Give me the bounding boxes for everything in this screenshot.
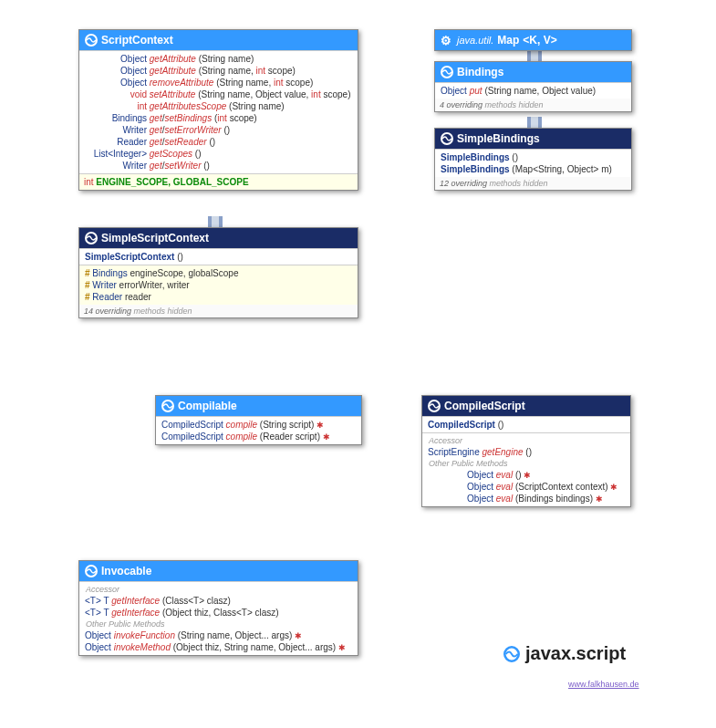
map-generic: <K, V> — [523, 34, 556, 47]
simplebindings-header: SimpleBindings — [435, 129, 631, 149]
package-name: javax.script — [525, 643, 626, 664]
map-title: Map — [497, 34, 519, 47]
package-label: javax.script — [503, 643, 626, 664]
bindings-title: Bindings — [457, 66, 503, 78]
class-compilable: Compilable CompiledScript compile (Strin… — [155, 395, 362, 445]
class-compiledscript: CompiledScript CompiledScript () Accesso… — [421, 395, 631, 507]
map-header: ⚙ java.util.Map<K, V> — [435, 30, 631, 50]
interface-icon — [441, 66, 453, 78]
compilable-title: Compilable — [178, 400, 237, 412]
class-icon — [85, 232, 98, 244]
simplescriptcontext-title: SimpleScriptContext — [101, 232, 209, 244]
compiledscript-title: CompiledScript — [444, 400, 525, 412]
invocable-title: Invocable — [101, 565, 151, 577]
compiledscript-header: CompiledScript — [422, 396, 630, 416]
class-icon — [428, 400, 441, 412]
interface-icon — [161, 400, 174, 412]
class-icon — [441, 132, 453, 145]
class-simplescriptcontext: SimpleScriptContext SimpleScriptContext … — [78, 227, 358, 318]
simplescriptcontext-header: SimpleScriptContext — [79, 228, 358, 248]
class-map: ⚙ java.util.Map<K, V> — [434, 29, 632, 51]
class-simplebindings: SimpleBindings SimpleBindings () SimpleB… — [434, 128, 632, 191]
simplebindings-title: SimpleBindings — [457, 132, 540, 145]
compilable-header: Compilable — [156, 396, 361, 416]
scriptcontext-header: ScriptContext — [79, 30, 358, 50]
interface-icon — [85, 565, 98, 577]
credit-link[interactable]: www.falkhausen.de — [568, 680, 639, 689]
scriptcontext-methods: Object getAttribute (String name) Object… — [79, 50, 358, 173]
class-scriptcontext: ScriptContext Object getAttribute (Strin… — [78, 29, 358, 191]
gear-icon: ⚙ — [441, 34, 453, 47]
bindings-header: Bindings — [435, 62, 631, 82]
scriptcontext-constants: int ENGINE_SCOPE, GLOBAL_SCOPE — [79, 173, 358, 190]
class-bindings: Bindings Object put (String name, Object… — [434, 61, 632, 112]
package-icon — [503, 646, 520, 662]
invocable-header: Invocable — [79, 561, 358, 581]
scriptcontext-title: ScriptContext — [101, 34, 173, 47]
class-invocable: Invocable Accessor <T> T getInterface (C… — [78, 560, 358, 656]
map-pkg: java.util. — [457, 35, 493, 46]
interface-icon — [85, 34, 98, 47]
